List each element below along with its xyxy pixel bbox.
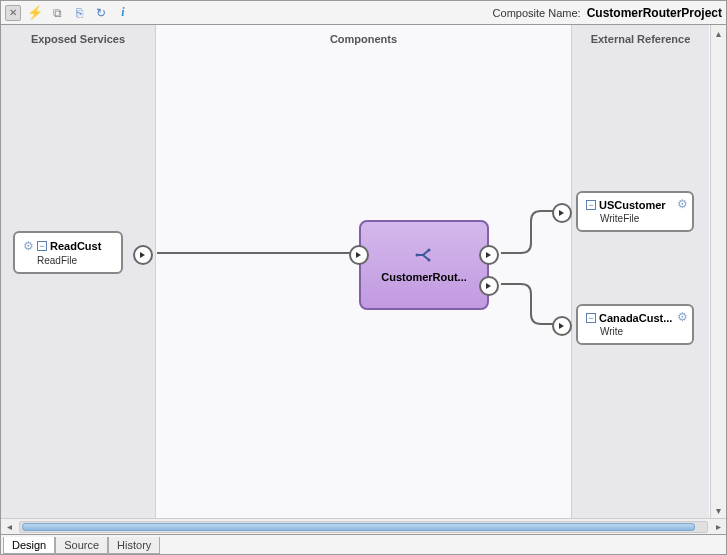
scroll-left-icon[interactable]: ◂	[1, 521, 17, 532]
design-canvas[interactable]: Exposed Services Components External Ref…	[1, 25, 726, 518]
reference-subtitle: WriteFile	[586, 211, 684, 224]
service-subtitle: ReadFile	[23, 253, 113, 266]
collapse-icon[interactable]: −	[586, 313, 596, 323]
service-title: ReadCust	[50, 240, 101, 252]
collapse-icon[interactable]: −	[37, 241, 47, 251]
input-port[interactable]	[349, 245, 369, 265]
reference-title: CanadaCust...	[599, 312, 672, 324]
tab-design[interactable]: Design	[3, 537, 55, 554]
info-icon[interactable]: i	[115, 5, 131, 21]
service-readcust[interactable]: ⚙ − ReadCust ReadFile	[13, 231, 123, 274]
output-port-1[interactable]	[479, 245, 499, 265]
scroll-thumb[interactable]	[22, 523, 695, 531]
output-port-2[interactable]	[479, 276, 499, 296]
reference-title: USCustomer	[599, 199, 666, 211]
gear-icon: ⚙	[677, 310, 688, 324]
composite-name-label: Composite Name:	[493, 7, 581, 19]
editor-tabs: Design Source History	[1, 534, 726, 554]
reference-subtitle: Write	[586, 324, 684, 337]
toolbar: ✕ ⚡ ⧉ ⎘ ↻ i Composite Name: CustomerRout…	[1, 1, 726, 25]
scroll-up-icon[interactable]: ▴	[711, 25, 726, 41]
mediator-icon	[415, 248, 433, 265]
gear-icon: ⚙	[23, 239, 34, 253]
scroll-down-icon[interactable]: ▾	[711, 502, 726, 518]
input-port[interactable]	[552, 316, 572, 336]
vertical-scrollbar[interactable]: ▴ ▾	[710, 25, 726, 518]
svg-point-0	[428, 248, 431, 251]
composite-name-value: CustomerRouterProject	[587, 6, 722, 20]
collapse-icon[interactable]: −	[586, 200, 596, 210]
reference-canadacust[interactable]: ⚙ − CanadaCust... Write	[576, 304, 694, 345]
lane-external-reference: External Reference	[571, 25, 709, 518]
close-button[interactable]: ✕	[5, 5, 21, 21]
copy-icon[interactable]: ⎘	[71, 5, 87, 21]
component-title: CustomerRout...	[381, 271, 467, 283]
tab-source[interactable]: Source	[55, 537, 108, 554]
lane-header-mid: Components	[156, 25, 571, 53]
component-customerrouter[interactable]: CustomerRout...	[359, 220, 489, 310]
stack-icon[interactable]: ⧉	[49, 5, 65, 21]
refresh-icon[interactable]: ↻	[93, 5, 109, 21]
lane-header-right: External Reference	[572, 25, 709, 53]
lane-header-left: Exposed Services	[1, 25, 155, 53]
tab-history[interactable]: History	[108, 537, 160, 554]
horizontal-scrollbar[interactable]: ◂ ▸	[1, 518, 726, 534]
output-port[interactable]	[133, 245, 153, 265]
svg-point-1	[428, 258, 431, 261]
svg-point-2	[416, 253, 419, 256]
gear-icon: ⚙	[677, 197, 688, 211]
scroll-track[interactable]	[19, 521, 708, 533]
canvas-wrap: Exposed Services Components External Ref…	[1, 25, 726, 518]
scroll-right-icon[interactable]: ▸	[710, 521, 726, 532]
lightning-icon[interactable]: ⚡	[27, 5, 43, 21]
input-port[interactable]	[552, 203, 572, 223]
reference-uscustomer[interactable]: ⚙ − USCustomer WriteFile	[576, 191, 694, 232]
composite-editor: ✕ ⚡ ⧉ ⎘ ↻ i Composite Name: CustomerRout…	[0, 0, 727, 555]
